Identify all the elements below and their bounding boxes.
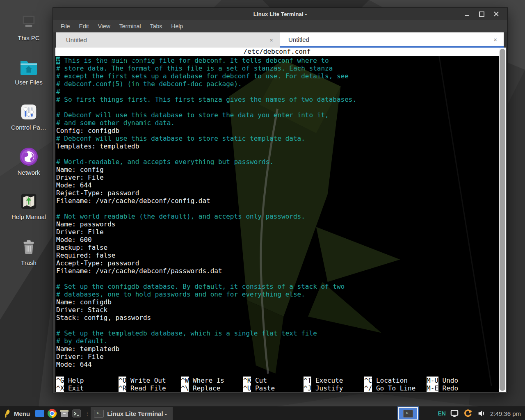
terminal-line: Filename: /var/cache/debconf/config.dat bbox=[56, 197, 499, 205]
chrome-launcher[interactable] bbox=[46, 407, 58, 420]
terminal-icon: >_ bbox=[94, 410, 104, 418]
display-icon[interactable] bbox=[450, 409, 459, 418]
menubar: FileEditViewTerminalTabsHelp bbox=[53, 20, 507, 32]
terminal-line: Driver: File bbox=[56, 173, 499, 181]
shortcut-key: ^X bbox=[56, 384, 64, 392]
terminal-line: # debconf.conf(5) (in the debconf-doc pa… bbox=[56, 80, 499, 88]
terminal-screen[interactable]: GNU nano 7.2 /etc/debconf.conf # This is… bbox=[55, 48, 499, 392]
terminal-launcher[interactable] bbox=[71, 407, 83, 420]
archive-launcher[interactable] bbox=[58, 407, 71, 420]
trash-icon bbox=[19, 238, 38, 257]
taskbar: Menu ⋮ >_ Linux Lite Terminal - >_ EN bbox=[0, 406, 525, 420]
desktop-icon-trash[interactable]: Trash bbox=[3, 238, 54, 266]
system-tray: EN 2:49:36 pm bbox=[438, 409, 525, 418]
desktop-icon-this-pc[interactable]: This PC bbox=[3, 13, 54, 41]
desktop-icon-user-files[interactable]: User Files bbox=[3, 57, 54, 86]
maximize-button[interactable] bbox=[477, 9, 486, 18]
shortcut-label: Exit bbox=[68, 384, 84, 392]
nano-shortcut-row: ^GHelp^OWrite Out^WWhere Is^KCut^TExecut… bbox=[56, 377, 499, 384]
terminal-icon: >_ bbox=[403, 410, 413, 418]
terminal-line: # Set up the templatedb database, which … bbox=[56, 329, 499, 337]
shortcut-label: Help bbox=[68, 377, 84, 384]
task-button-terminal[interactable]: >_ Linux Lite Terminal - bbox=[91, 407, 173, 420]
menu-item-tabs[interactable]: Tabs bbox=[146, 23, 167, 30]
window-titlebar[interactable]: Linux Lite Terminal - bbox=[53, 8, 507, 20]
terminal-line: # World-readable, and accepts everything… bbox=[56, 158, 499, 166]
menu-item-view[interactable]: View bbox=[94, 23, 115, 30]
tab-untitled-2[interactable]: Untitled × bbox=[280, 32, 504, 48]
scrollbar[interactable] bbox=[499, 48, 506, 392]
menu-item-file[interactable]: File bbox=[56, 23, 75, 30]
volume-icon[interactable] bbox=[477, 409, 486, 418]
menu-item-help[interactable]: Help bbox=[167, 23, 187, 30]
shortcut-label: Cut bbox=[255, 377, 267, 384]
shortcut-key: M-U bbox=[427, 377, 438, 384]
shortcut-label: Undo bbox=[443, 377, 459, 384]
menu-item-terminal[interactable]: Terminal bbox=[115, 23, 146, 30]
tab-label: Untitled bbox=[66, 37, 87, 43]
workspace-switcher[interactable]: >_ bbox=[398, 407, 418, 420]
terminal-line: Reject-Type: password bbox=[56, 189, 499, 197]
shortcut-key: ^W bbox=[181, 377, 189, 384]
shortcut-label: Write Out bbox=[130, 377, 166, 384]
window-title: Linux Lite Terminal - bbox=[53, 11, 507, 17]
file-manager-icon bbox=[35, 410, 44, 417]
terminal-line: Stack: config, passwords bbox=[56, 314, 499, 322]
shortcut-key: ^\ bbox=[181, 384, 189, 392]
shortcut-key: ^J bbox=[304, 384, 311, 392]
laptop-icon bbox=[19, 13, 38, 32]
terminal-window: Linux Lite Terminal - FileEditViewTermin… bbox=[52, 7, 508, 393]
file-manager-launcher[interactable] bbox=[34, 407, 46, 420]
nano-shortcut: ^RRead File bbox=[119, 384, 181, 392]
nano-header: GNU nano 7.2 /etc/debconf.conf bbox=[55, 48, 499, 56]
terminal-line: # databases, one to hold passwords and o… bbox=[56, 290, 499, 298]
nano-shortcut-row: ^XExit^RRead File^\Replace^UPaste^JJusti… bbox=[56, 384, 499, 392]
menu-button[interactable]: Menu bbox=[0, 407, 34, 420]
terminal-line: Driver: File bbox=[56, 353, 499, 361]
panel-separator: ⋮ bbox=[83, 411, 91, 417]
nano-shortcut: ^JJustify bbox=[304, 384, 364, 392]
terminal-line bbox=[56, 150, 499, 158]
chrome-icon bbox=[48, 409, 57, 418]
terminal-line bbox=[56, 103, 499, 111]
nano-shortcut: ^GHelp bbox=[56, 377, 119, 384]
terminal-line: Templates: templatedb bbox=[56, 142, 499, 150]
shortcut-label: Redo bbox=[443, 384, 459, 392]
terminal-line: # store data. The format of this file is… bbox=[56, 64, 499, 72]
terminal-line: Config: configdb bbox=[56, 127, 499, 135]
tab-close-icon[interactable]: × bbox=[269, 37, 273, 43]
tab-close-icon[interactable]: × bbox=[493, 36, 497, 43]
desktop-icon-help-manual[interactable]: Help Manual bbox=[3, 192, 54, 220]
desktop-icon-control-panel[interactable]: Control Pa… bbox=[3, 103, 54, 131]
shortcut-key: ^C bbox=[364, 377, 372, 384]
shortcut-key: ^R bbox=[119, 384, 126, 392]
menu-item-edit[interactable]: Edit bbox=[75, 23, 94, 30]
terminal-line: Driver: File bbox=[56, 228, 499, 236]
nano-version: GNU nano 7.2 bbox=[87, 56, 142, 64]
minimize-button[interactable] bbox=[462, 9, 471, 18]
folder-home-icon bbox=[19, 57, 39, 76]
shortcut-label: Execute bbox=[315, 377, 343, 384]
terminal-line: Backup: false bbox=[56, 244, 499, 251]
nano-shortcut: M-ERedo bbox=[427, 384, 499, 392]
shortcut-label: Replace bbox=[193, 384, 220, 392]
shortcut-key: ^T bbox=[304, 377, 311, 384]
terminal-icon bbox=[72, 409, 82, 418]
tab-bar: Untitled × Untitled × bbox=[53, 32, 507, 48]
clock[interactable]: 2:49:36 pm bbox=[490, 410, 521, 417]
scrollbar-thumb[interactable] bbox=[500, 49, 505, 391]
shortcut-key: ^K bbox=[243, 377, 251, 384]
terminal-line: Name: templatedb bbox=[56, 345, 499, 353]
nano-shortcut: ^UPaste bbox=[243, 384, 304, 392]
terminal-line bbox=[56, 205, 499, 212]
shortcut-key: ^O bbox=[119, 377, 126, 384]
desktop-icon-network[interactable]: Network bbox=[3, 147, 54, 176]
nano-shortcut: ^/Go To Line bbox=[364, 384, 427, 392]
shortcut-label: Location bbox=[376, 377, 408, 384]
close-button[interactable] bbox=[492, 9, 501, 18]
keyboard-layout-indicator[interactable]: EN bbox=[438, 410, 445, 417]
update-icon[interactable] bbox=[463, 409, 473, 418]
shortcut-key: ^/ bbox=[364, 384, 372, 392]
shortcut-key: ^G bbox=[56, 377, 64, 384]
tab-untitled-1[interactable]: Untitled × bbox=[56, 32, 280, 48]
